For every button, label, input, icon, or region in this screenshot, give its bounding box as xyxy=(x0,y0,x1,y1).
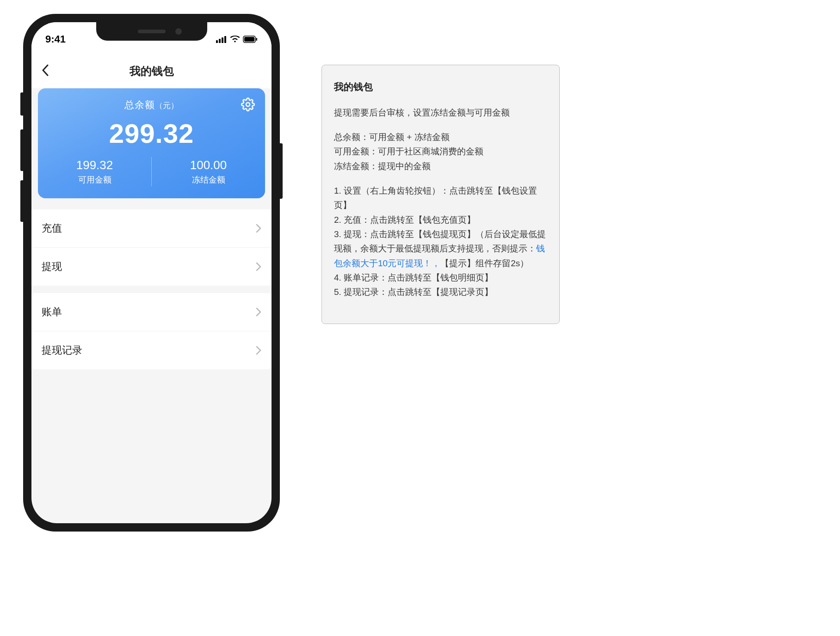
svg-point-7 xyxy=(246,103,250,106)
status-time: 9:41 xyxy=(45,33,66,45)
menu-withdraw-log[interactable]: 提现记录 xyxy=(31,331,272,369)
battery-icon xyxy=(243,36,258,43)
menu-withdraw[interactable]: 提现 xyxy=(31,248,272,286)
menu-label: 提现记录 xyxy=(42,343,82,357)
menu-label: 提现 xyxy=(42,260,62,274)
spec-title: 我的钱包 xyxy=(334,79,547,95)
menu-bill[interactable]: 账单 xyxy=(31,293,272,331)
chevron-right-icon xyxy=(256,307,261,317)
frozen-col: 100.00 冻结金额 xyxy=(152,157,265,186)
menu-recharge[interactable]: 充值 xyxy=(31,209,272,248)
svg-rect-1 xyxy=(219,39,221,43)
svg-rect-3 xyxy=(224,36,226,43)
signal-icon xyxy=(216,36,227,43)
page-title: 我的钱包 xyxy=(130,64,174,79)
frozen-value: 100.00 xyxy=(152,158,265,172)
gear-icon[interactable] xyxy=(241,98,255,113)
balance-total: 299.32 xyxy=(38,118,265,149)
nav-header: 我的钱包 xyxy=(31,52,272,88)
menu-label: 充值 xyxy=(42,221,62,235)
phone-notch xyxy=(96,22,207,41)
spec-panel: 我的钱包 提现需要后台审核，设置冻结金额与可用金额 总余额：可用金额 + 冻结金… xyxy=(321,65,560,324)
frozen-label: 冻结金额 xyxy=(152,174,265,185)
svg-rect-6 xyxy=(256,38,258,41)
svg-rect-2 xyxy=(222,37,223,43)
chevron-right-icon xyxy=(256,224,261,233)
phone-frame: 9:41 我的钱包 总余额（元） 299.32 xyxy=(23,14,280,532)
available-label: 可用金额 xyxy=(38,174,151,185)
spec-rules: 1. 设置（右上角齿轮按钮）：点击跳转至【钱包设置页】 2. 充值：点击跳转至【… xyxy=(334,183,547,300)
menu-label: 账单 xyxy=(42,305,62,319)
wifi-icon xyxy=(230,36,240,43)
back-icon[interactable] xyxy=(42,64,49,78)
phone-screen: 9:41 我的钱包 总余额（元） 299.32 xyxy=(31,22,272,523)
available-value: 199.32 xyxy=(38,158,151,172)
chevron-right-icon xyxy=(256,346,261,355)
spec-definitions: 总余额：可用金额 + 冻结金额 可用金额：可用于社区商城消费的金额 冻结金额：提… xyxy=(334,130,547,173)
chevron-right-icon xyxy=(256,262,261,271)
status-icons xyxy=(216,36,258,43)
spec-subtitle: 提现需要后台审核，设置冻结金额与可用金额 xyxy=(334,105,547,120)
balance-card: 总余额（元） 299.32 199.32 可用金额 100.00 冻结金额 xyxy=(38,88,265,198)
available-col: 199.32 可用金额 xyxy=(38,157,152,186)
svg-rect-0 xyxy=(216,40,218,43)
balance-title: 总余额（元） xyxy=(124,98,179,111)
svg-rect-5 xyxy=(244,37,254,42)
